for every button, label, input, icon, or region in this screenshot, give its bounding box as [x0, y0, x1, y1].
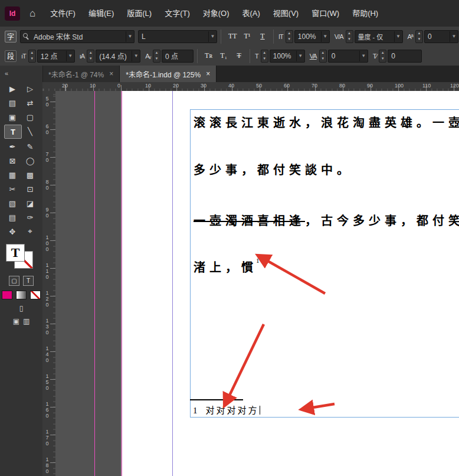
- text-line-4[interactable]: 渚上，慣1: [194, 258, 261, 275]
- superscript-button[interactable]: T¹: [240, 30, 254, 43]
- text-line-2[interactable]: 多少事，都付笑談中。: [194, 161, 353, 178]
- menu-edit[interactable]: 编辑(E): [82, 0, 120, 27]
- text-line-3-rest[interactable]: ，古今多少事，都付笑: [305, 214, 459, 227]
- chevron-down-icon[interactable]: ▼: [296, 51, 304, 61]
- scissors-tool-icon[interactable]: ✂: [4, 182, 21, 195]
- footnote-reference[interactable]: 1: [256, 257, 260, 264]
- chevron-down-icon[interactable]: ▼: [132, 51, 140, 61]
- character-formatting-button[interactable]: 字: [5, 31, 17, 43]
- menu-object[interactable]: 对象(O): [196, 0, 236, 27]
- step-down-icon[interactable]: ▼: [87, 56, 94, 62]
- pen-tool-icon[interactable]: ✒: [4, 140, 21, 153]
- skew-stepper[interactable]: ▲ ▼: [379, 50, 386, 63]
- fill-indicator[interactable]: T: [6, 244, 25, 262]
- leading-stepper[interactable]: ▲ ▼: [87, 50, 94, 63]
- collapse-panel-icon[interactable]: «: [0, 66, 42, 81]
- step-up-icon[interactable]: ▲: [29, 50, 35, 56]
- chevron-down-icon[interactable]: ▼: [126, 31, 134, 42]
- step-up-icon[interactable]: ▲: [320, 50, 326, 56]
- menu-view[interactable]: 视图(V): [267, 0, 305, 27]
- paragraph-formatting-button[interactable]: 段: [5, 50, 17, 62]
- tracking-combo[interactable]: 0 ▼: [328, 50, 368, 63]
- chevron-down-icon[interactable]: ▼: [359, 51, 368, 61]
- font-size-stepper[interactable]: ▲ ▼: [28, 50, 36, 63]
- note-tool-icon[interactable]: ▤: [4, 211, 21, 224]
- tab-untitled-1-indd[interactable]: *未命名-1.indd @ 125% ×: [120, 66, 217, 82]
- step-down-icon[interactable]: ▼: [29, 56, 35, 62]
- tab-close-icon[interactable]: ×: [109, 70, 113, 78]
- step-up-icon[interactable]: ▲: [286, 31, 293, 37]
- small-caps-button[interactable]: Tʀ: [201, 50, 215, 63]
- font-family-combo[interactable]: Adobe 宋体 Std ▼: [20, 30, 135, 43]
- tab-close-icon[interactable]: ×: [206, 70, 210, 78]
- step-up-icon[interactable]: ▲: [87, 50, 94, 56]
- formatting-affects-container-button[interactable]: ▢: [9, 276, 19, 286]
- step-down-icon[interactable]: ▼: [153, 56, 160, 62]
- strikethrough-text[interactable]: 一壺濁酒喜相逢: [194, 214, 305, 227]
- kerning-stepper[interactable]: ▲ ▼: [346, 30, 353, 43]
- kerning-combo[interactable]: 量度 - 仅 ▼: [355, 30, 403, 43]
- skew-field[interactable]: 0: [388, 50, 422, 63]
- pencil-tool-icon[interactable]: ✎: [22, 140, 38, 153]
- step-up-icon[interactable]: ▲: [379, 50, 386, 56]
- gradient-tool-icon[interactable]: ▧: [4, 197, 21, 210]
- ellipse-frame-tool-icon[interactable]: ◯: [22, 154, 38, 167]
- chevron-down-icon[interactable]: ▼: [321, 31, 329, 42]
- rectangle-tool-icon[interactable]: ▦: [4, 168, 21, 181]
- home-icon[interactable]: ⌂: [29, 8, 35, 19]
- type-tool-icon[interactable]: T: [4, 125, 22, 139]
- strikethrough-button[interactable]: T: [232, 50, 246, 63]
- baseline-shift-combo[interactable]: 0 ▼: [424, 30, 458, 43]
- horizontal-scale-stepper[interactable]: ▲ ▼: [261, 50, 268, 63]
- text-line-4-text[interactable]: 渚上，慣: [194, 261, 257, 274]
- line-tool-icon[interactable]: ╲: [22, 125, 38, 138]
- direct-selection-tool-icon[interactable]: ▷: [22, 82, 38, 95]
- tracking-stepper[interactable]: ▲ ▼: [319, 50, 327, 63]
- vertical-scale-combo[interactable]: 100% ▼: [294, 30, 330, 43]
- preview-mode-button[interactable]: ▥: [23, 317, 29, 325]
- kern-pair-stepper[interactable]: ▲ ▼: [153, 50, 160, 63]
- chevron-down-icon[interactable]: ▼: [394, 31, 402, 42]
- kern-pair-field[interactable]: 0 点: [162, 50, 194, 63]
- content-collector-tool-icon[interactable]: ▣: [4, 110, 21, 123]
- step-up-icon[interactable]: ▲: [261, 50, 268, 56]
- step-down-icon[interactable]: ▼: [320, 56, 326, 62]
- baseline-shift-stepper[interactable]: ▲ ▼: [415, 30, 423, 43]
- eyedropper-tool-icon[interactable]: ✑: [22, 211, 38, 224]
- step-down-icon[interactable]: ▼: [379, 56, 386, 62]
- text-line-1[interactable]: 滚滚長江東逝水，浪花淘盡英雄。一壺: [194, 113, 459, 131]
- selection-tool-icon[interactable]: ▶: [4, 82, 21, 95]
- vertical-ruler[interactable]: 5060708090100110120130140150160170180: [42, 91, 56, 476]
- gap-tool-icon[interactable]: ⇄: [22, 96, 38, 109]
- footnote-text[interactable]: 对对对对方: [206, 406, 259, 415]
- menu-table[interactable]: 表(A): [236, 0, 267, 27]
- view-options-icon[interactable]: ▯: [19, 304, 24, 312]
- menu-type[interactable]: 文字(T): [158, 0, 196, 27]
- text-line-3[interactable]: 一壺濁酒喜相逢，古今多少事，都付笑: [194, 211, 459, 229]
- tab-untitled-1[interactable]: *未命名-1 @ 74% ×: [42, 66, 120, 82]
- content-placer-tool-icon[interactable]: ▢: [22, 110, 38, 123]
- subscript-button[interactable]: T₁: [217, 50, 231, 63]
- step-down-icon[interactable]: ▼: [416, 37, 422, 43]
- font-style-combo[interactable]: L ▼: [138, 30, 217, 43]
- footnote-text-line[interactable]: 1对对对对方: [193, 403, 260, 416]
- page-tool-icon[interactable]: ▤: [4, 96, 21, 109]
- chevron-down-icon[interactable]: ▼: [208, 31, 217, 42]
- chevron-down-icon[interactable]: ▼: [66, 51, 74, 61]
- apply-color-button[interactable]: [2, 291, 12, 299]
- apply-none-button[interactable]: [30, 291, 41, 299]
- free-transform-tool-icon[interactable]: ⊡: [22, 182, 38, 195]
- all-caps-button[interactable]: TT: [225, 30, 239, 43]
- step-down-icon[interactable]: ▼: [346, 37, 353, 43]
- step-down-icon[interactable]: ▼: [261, 56, 268, 62]
- hand-tool-icon[interactable]: ✥: [4, 225, 21, 238]
- menu-file[interactable]: 文件(F): [44, 0, 82, 27]
- step-up-icon[interactable]: ▲: [153, 50, 160, 56]
- formatting-affects-text-button[interactable]: T: [23, 276, 34, 286]
- normal-view-mode-button[interactable]: ▣: [13, 317, 19, 325]
- menu-layout[interactable]: 版面(L): [120, 0, 158, 27]
- gradient-feather-tool-icon[interactable]: ◪: [22, 197, 38, 210]
- menu-window[interactable]: 窗口(W): [305, 0, 346, 27]
- horizontal-ruler[interactable]: 20100102030405060708090100110120: [42, 82, 459, 92]
- rectangle-frame-tool-icon[interactable]: ⊠: [4, 154, 21, 167]
